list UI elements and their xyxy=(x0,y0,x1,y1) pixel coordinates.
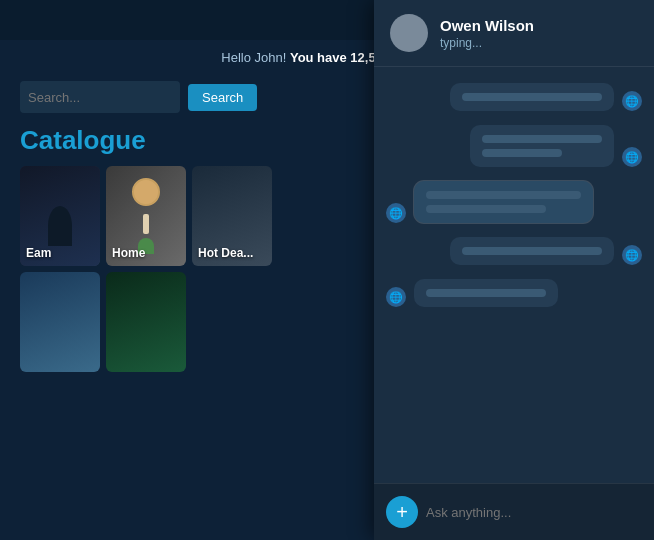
catalogue-item-home[interactable]: Home xyxy=(106,166,186,266)
msg-line xyxy=(426,289,546,297)
message-row-5: 🌐 xyxy=(386,279,642,307)
lamp-shape xyxy=(143,214,149,234)
msg-line xyxy=(462,93,602,101)
chat-user-info: Owen Wilson typing... xyxy=(440,17,534,50)
message-row-3: 🌐 xyxy=(386,181,642,223)
search-button[interactable]: Search xyxy=(188,84,257,111)
chat-status: typing... xyxy=(440,36,534,50)
message-bubble-4 xyxy=(450,237,614,265)
catalogue-item-jacket[interactable]: Eam xyxy=(20,166,100,266)
globe-icon-2: 🌐 xyxy=(622,147,642,167)
chat-add-button[interactable]: + xyxy=(386,496,418,528)
chat-text-input[interactable] xyxy=(426,505,642,520)
hello-text: Hello John! xyxy=(221,50,290,65)
catalogue-item-landscape[interactable] xyxy=(106,272,186,372)
catalogue-item-hot-deals[interactable]: Hot Dea... xyxy=(192,166,272,266)
msg-line xyxy=(426,205,546,213)
item-label-home: Home xyxy=(112,246,145,260)
message-row-2: 🌐 xyxy=(386,125,642,167)
message-row-1: 🌐 xyxy=(386,83,642,111)
portrait-figure xyxy=(20,272,100,372)
chat-header: Owen Wilson typing... xyxy=(374,0,654,67)
globe-icon-5: 🌐 xyxy=(386,287,406,307)
message-bubble-2 xyxy=(470,125,614,167)
chat-avatar xyxy=(390,14,428,52)
message-row-4: 🌐 xyxy=(386,237,642,265)
msg-line xyxy=(482,135,602,143)
msg-line xyxy=(482,149,562,157)
msg-line xyxy=(462,247,602,255)
message-bubble-5 xyxy=(414,279,558,307)
chat-overlay: Owen Wilson typing... 🌐 🌐 🌐 xyxy=(374,0,654,540)
chat-input-area: + xyxy=(374,483,654,540)
clock-circle xyxy=(132,178,160,206)
chat-user-name: Owen Wilson xyxy=(440,17,534,34)
search-input[interactable] xyxy=(20,81,180,113)
message-bubble-1 xyxy=(450,83,614,111)
catalogue-item-portrait[interactable] xyxy=(20,272,100,372)
msg-line xyxy=(426,191,581,199)
globe-icon-1: 🌐 xyxy=(622,91,642,111)
item-label-jacket: Eam xyxy=(26,246,51,260)
message-bubble-3 xyxy=(414,181,593,223)
item-label-hot-deals: Hot Dea... xyxy=(198,246,253,260)
globe-icon-3: 🌐 xyxy=(386,203,406,223)
landscape-figure xyxy=(106,272,186,372)
chat-messages: 🌐 🌐 🌐 🌐 🌐 xyxy=(374,67,654,483)
globe-icon-4: 🌐 xyxy=(622,245,642,265)
